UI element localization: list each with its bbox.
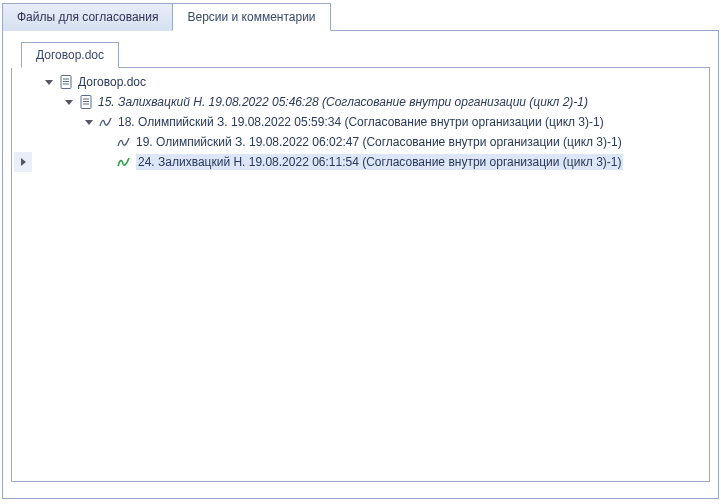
indent bbox=[32, 162, 116, 163]
main-tab-bar: Файлы для согласования Версии и коммента… bbox=[2, 2, 719, 31]
indent bbox=[32, 82, 42, 83]
signed-icon bbox=[116, 134, 132, 150]
row-gutter bbox=[14, 112, 32, 132]
expander[interactable] bbox=[82, 115, 96, 129]
current-row-marker bbox=[14, 152, 32, 172]
page-content: Договор.doc Договор.doc 15. Залихвацкий … bbox=[2, 31, 719, 499]
signed-icon bbox=[98, 114, 114, 130]
document-icon bbox=[58, 74, 74, 90]
subtab-document[interactable]: Договор.doc bbox=[21, 42, 119, 68]
tree-label: 24. Залихвацкий Н. 19.08.2022 06:11:54 (… bbox=[136, 154, 623, 170]
tab-files-for-approval[interactable]: Файлы для согласования bbox=[2, 3, 173, 31]
tree-row-v18[interactable]: 18. Олимпийский З. 19.08.2022 05:59:34 (… bbox=[12, 112, 709, 132]
triangle-right-icon bbox=[21, 158, 26, 166]
expander[interactable] bbox=[42, 75, 56, 89]
indent bbox=[32, 122, 82, 123]
document-icon bbox=[78, 94, 94, 110]
version-tree[interactable]: Договор.doc 15. Залихвацкий Н. 19.08.202… bbox=[11, 68, 710, 482]
expander[interactable] bbox=[62, 95, 76, 109]
chevron-down-icon bbox=[45, 80, 53, 85]
tree-label: Договор.doc bbox=[78, 75, 146, 89]
tree-row-v24[interactable]: 24. Залихвацкий Н. 19.08.2022 06:11:54 (… bbox=[12, 152, 709, 172]
chevron-down-icon bbox=[65, 100, 73, 105]
tree-label: 19. Олимпийский З. 19.08.2022 06:02:47 (… bbox=[136, 135, 622, 149]
tree-row-v19[interactable]: 19. Олимпийский З. 19.08.2022 06:02:47 (… bbox=[12, 132, 709, 152]
sub-tab-bar: Договор.doc bbox=[21, 41, 710, 68]
signed-approved-icon bbox=[116, 154, 132, 170]
tree-label: 18. Олимпийский З. 19.08.2022 05:59:34 (… bbox=[118, 115, 604, 129]
indent bbox=[32, 102, 62, 103]
tab-versions-and-comments[interactable]: Версии и комментарии bbox=[172, 3, 330, 31]
row-gutter bbox=[14, 92, 32, 112]
row-gutter bbox=[14, 72, 32, 92]
tree-row-root[interactable]: Договор.doc bbox=[12, 72, 709, 92]
tree-label: 15. Залихвацкий Н. 19.08.2022 05:46:28 (… bbox=[98, 95, 588, 109]
chevron-down-icon bbox=[85, 120, 93, 125]
row-gutter bbox=[14, 132, 32, 152]
indent bbox=[32, 142, 116, 143]
tree-row-v15[interactable]: 15. Залихвацкий Н. 19.08.2022 05:46:28 (… bbox=[12, 92, 709, 112]
